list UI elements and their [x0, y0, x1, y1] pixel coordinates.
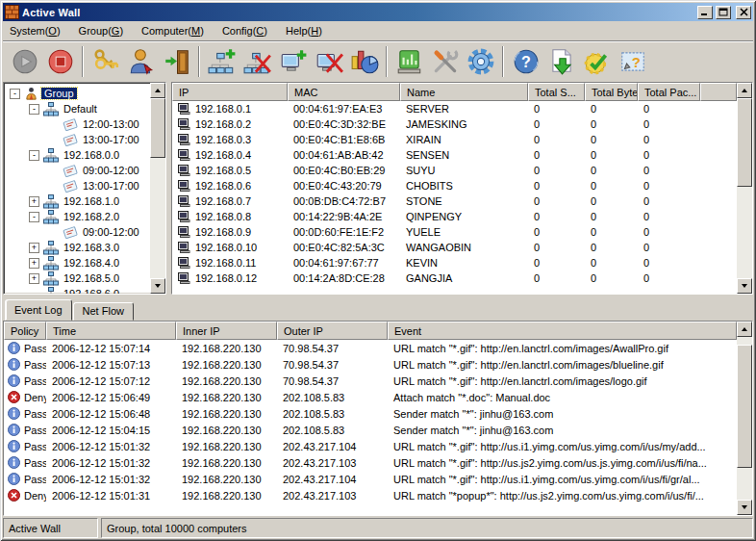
computer-row[interactable]: 192.168.0.7 00:0B:DB:C4:72:B7 STONE 0 0 … [172, 193, 737, 209]
computer-table-scrollbar[interactable] [737, 83, 752, 294]
scroll-thumb[interactable] [150, 98, 165, 158]
event-row[interactable]: Pass 2006-12-12 15:06:48 192.168.220.130… [4, 405, 737, 422]
column-header-event[interactable]: Event [388, 322, 737, 340]
scroll-down-button[interactable] [150, 278, 165, 294]
tree-item[interactable]: + 192.168.3.0 [6, 240, 150, 255]
computer-row[interactable]: 192.168.0.4 00:04:61:AB:AB:42 SENSEN 0 0… [172, 147, 737, 163]
tree-item[interactable]: + 192.168.5.0 [6, 270, 150, 286]
tree-item[interactable]: + 192.168.1.0 [6, 193, 150, 209]
tree-expander[interactable]: + [29, 273, 39, 284]
column-header-outer-ip[interactable]: Outer IP [277, 322, 388, 340]
computer-row[interactable]: 192.168.0.1 00:04:61:97:EA:E3 SERVER 0 0… [172, 101, 737, 116]
delete-computer-button[interactable] [311, 44, 346, 79]
close-button[interactable] [736, 6, 751, 19]
scroll-down-button[interactable] [737, 500, 752, 515]
tree-item[interactable]: + 192.168.4.0 [6, 255, 150, 270]
tab-event-log[interactable]: Event Log [5, 299, 72, 321]
add-computer-button[interactable] [275, 44, 311, 79]
column-header-name[interactable]: Name [400, 83, 528, 101]
column-header-total-pac[interactable]: Total Pac... [638, 83, 700, 101]
export-log-button[interactable] [543, 44, 579, 79]
tree-item[interactable]: 12:00-13:00 [6, 116, 150, 132]
scroll-up-button[interactable] [737, 322, 752, 337]
tree-expander[interactable]: - [29, 150, 39, 161]
computer-row[interactable]: 192.168.0.8 00:14:22:9B:4A:2E QINPENGY 0… [172, 209, 737, 224]
column-header-time[interactable]: Time [46, 322, 176, 340]
computer-row[interactable]: 192.168.0.12 00:14:2A:8D:CE:28 GANGJIA 0… [172, 270, 737, 286]
auth-keys-button[interactable] [88, 44, 123, 79]
scroll-track[interactable] [150, 98, 165, 278]
scroll-track[interactable] [737, 98, 752, 278]
scroll-up-button[interactable] [150, 83, 165, 98]
event-row[interactable]: Deny 2006-12-12 15:01:31 192.168.220.130… [4, 487, 737, 503]
event-row[interactable]: Pass 2006-12-12 15:07:13 192.168.220.130… [4, 356, 737, 373]
event-row[interactable]: Pass 2006-12-12 15:01:32 192.168.220.130… [4, 438, 737, 454]
tree-expander[interactable]: - [29, 212, 39, 222]
tab-net-flow[interactable]: Net Flow [73, 302, 134, 321]
flow-chart-button[interactable] [391, 44, 427, 79]
column-header-total-byte[interactable]: Total Byte [585, 83, 638, 101]
scroll-down-button[interactable] [737, 278, 752, 294]
check-button[interactable] [579, 44, 615, 79]
column-header-policy[interactable]: Policy [4, 322, 46, 340]
menu-config[interactable]: Config(C) [216, 23, 273, 39]
tree-item[interactable]: 09:00-12:00 [6, 163, 150, 178]
event-row[interactable]: Pass 2006-12-12 15:01:32 192.168.220.130… [4, 471, 737, 487]
logout-door-button[interactable] [159, 44, 194, 79]
event-row[interactable]: Deny 2006-12-12 15:06:49 192.168.220.130… [4, 389, 737, 405]
column-header-mac[interactable]: MAC [288, 83, 400, 101]
menu-help[interactable]: Help(H) [280, 23, 328, 39]
event-row[interactable]: Pass 2006-12-12 15:07:12 192.168.220.130… [4, 373, 737, 389]
help-button[interactable]: ? [508, 44, 543, 79]
column-header-total-s[interactable]: Total S... [528, 83, 585, 101]
column-header-inner-ip[interactable]: Inner IP [176, 322, 277, 340]
maximize-button[interactable] [716, 6, 731, 19]
add-group-button[interactable] [204, 44, 239, 79]
computer-total-s: 0 [528, 116, 585, 132]
start-button[interactable] [7, 44, 42, 79]
event-row[interactable]: Pass 2006-12-12 15:07:14 192.168.220.130… [4, 340, 737, 356]
settings-gear-button[interactable] [463, 44, 498, 79]
computer-row[interactable]: 192.168.0.3 00:E0:4C:B1:E8:6B XIRAIN 0 0… [172, 132, 737, 147]
computer-row[interactable]: 192.168.0.10 00:E0:4C:82:5A:3C WANGAOBIN… [172, 240, 737, 255]
menu-computer[interactable]: Computer(M) [136, 23, 210, 39]
tree-scrollbar[interactable] [150, 83, 165, 294]
tree-item[interactable]: - Default [6, 101, 150, 116]
computer-row[interactable]: 192.168.0.11 00:04:61:97:67:77 KEVIN 0 0… [172, 255, 737, 270]
scroll-thumb[interactable] [737, 345, 752, 468]
tree-item[interactable]: 13:00-17:00 [6, 132, 150, 147]
tree-item[interactable]: 13:00-17:00 [6, 178, 150, 193]
event-row[interactable]: Pass 2006-12-12 15:01:32 192.168.220.130… [4, 454, 737, 471]
event-table-scrollbar[interactable] [737, 322, 752, 515]
tools-button[interactable] [427, 44, 463, 79]
tree-item[interactable]: - 192.168.0.0 [6, 147, 150, 163]
statistics-pie-button[interactable] [346, 44, 382, 79]
title-bar[interactable]: Active Wall [3, 3, 753, 21]
computer-row[interactable]: 192.168.0.5 00:E0:4C:B0:EB:29 SUYU 0 0 0 [172, 163, 737, 178]
menu-system[interactable]: System(O) [4, 23, 66, 39]
about-query-button[interactable]: ? [615, 44, 650, 79]
event-row[interactable]: Pass 2006-12-12 15:04:15 192.168.220.130… [4, 422, 737, 438]
scroll-up-button[interactable] [737, 83, 752, 98]
tree-expander[interactable]: - [10, 89, 20, 99]
scroll-thumb[interactable] [737, 98, 752, 187]
user-login-button[interactable] [123, 44, 159, 79]
stop-button[interactable] [42, 44, 78, 79]
computer-row[interactable]: 192.168.0.9 00:0D:60:FE:1E:F2 YUELE 0 0 … [172, 224, 737, 240]
computer-row[interactable]: 192.168.0.2 00:E0:4C:3D:32:BE JAMESKING … [172, 116, 737, 132]
tree-item[interactable]: 192.168.6.0 [6, 286, 150, 294]
menu-group[interactable]: Group(G) [73, 23, 129, 39]
tree-item[interactable]: - 192.168.2.0 [6, 209, 150, 224]
tree-item[interactable]: - Group [6, 86, 150, 101]
policy-label: Pass [24, 457, 46, 469]
column-header-ip[interactable]: IP [172, 83, 288, 101]
minimize-button[interactable] [697, 6, 713, 19]
tree-expander[interactable]: - [29, 104, 39, 115]
tree-expander[interactable]: + [29, 258, 39, 269]
tree-item[interactable]: 09:00-12:00 [6, 224, 150, 240]
computer-row[interactable]: 192.168.0.6 00:E0:4C:43:20:79 CHOBITS 0 … [172, 178, 737, 193]
tree-expander[interactable]: + [29, 243, 39, 253]
delete-group-button[interactable] [239, 44, 275, 79]
scroll-track[interactable] [737, 337, 752, 500]
tree-expander[interactable]: + [29, 196, 39, 207]
